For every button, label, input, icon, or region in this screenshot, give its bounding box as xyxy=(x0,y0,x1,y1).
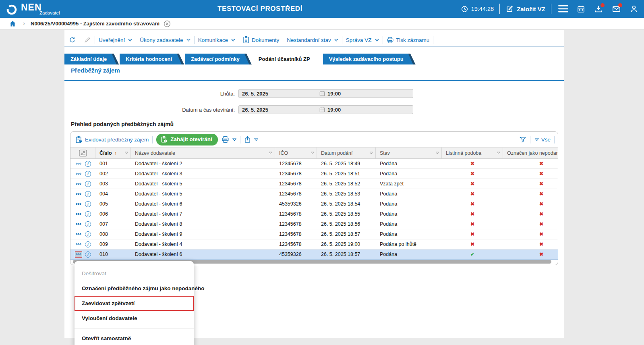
divider xyxy=(194,36,195,44)
menu-dokumenty[interactable]: Dokumenty xyxy=(243,36,279,44)
menu-sprava-vz[interactable]: Správa VZ xyxy=(346,37,379,43)
column-header-datum[interactable]: Datum podání xyxy=(317,148,376,158)
grid-toolbar: Evidovat předběžný zájem Zahájit otevírá… xyxy=(70,132,558,147)
notification-badge xyxy=(601,3,605,7)
cell-stav: Podána xyxy=(376,229,442,239)
column-settings-button[interactable] xyxy=(70,148,95,158)
menu-ukony-zadavatele[interactable]: Úkony zadavatele xyxy=(140,37,190,43)
view-all-dropdown[interactable]: Vše xyxy=(534,137,551,143)
column-header-nazev[interactable]: Název dodavatele xyxy=(131,148,275,158)
row-info-icon[interactable]: i xyxy=(85,191,91,197)
calendar-icon[interactable] xyxy=(319,91,325,96)
refresh-button[interactable] xyxy=(68,36,76,44)
create-vz-button[interactable]: Založit VZ xyxy=(505,5,545,13)
row-info-icon[interactable]: i xyxy=(85,241,91,247)
row-info-icon[interactable]: i xyxy=(85,201,91,207)
row-info-icon[interactable]: i xyxy=(85,251,91,258)
cell-datum: 26. 5. 2025 18:51 xyxy=(317,169,376,179)
table-row[interactable]: i 003 Dodavatel - školení 5 12345678 26.… xyxy=(70,179,558,189)
filter-caret-icon[interactable] xyxy=(311,152,314,154)
menu-komunikace[interactable]: Komunikace xyxy=(198,37,235,43)
row-menu-icon[interactable] xyxy=(75,181,82,187)
evidovat-button[interactable]: Evidovat předběžný zájem xyxy=(75,136,149,143)
tab[interactable]: Základní údaje xyxy=(64,54,119,64)
row-menu-icon[interactable] xyxy=(75,251,82,258)
cell-ico: 12345678 xyxy=(275,209,317,219)
menu-tisk-zaznamu[interactable]: Tisk záznamu xyxy=(387,37,430,44)
home-icon[interactable] xyxy=(9,20,17,27)
menu-item-vylouceni-dodavatele[interactable]: Vyloučení dodavatele xyxy=(75,311,194,326)
column-header-cislo[interactable]: Číslo ↑ xyxy=(95,148,131,158)
menu-nestandardni-stav[interactable]: Nestandardní stav xyxy=(287,37,338,43)
tab[interactable]: Kritéria hodnocení xyxy=(120,54,184,64)
table-row[interactable]: i 005 Dodavatel - školení 6 45359326 26.… xyxy=(70,199,558,209)
column-header-ico[interactable]: IČO xyxy=(275,148,317,158)
table-row[interactable]: i 009 Dodavatel - školení 4 12345678 26.… xyxy=(70,239,558,249)
tab[interactable]: Výsledek zadávacího postupu xyxy=(323,54,416,64)
oteviranie-time-value[interactable]: 19:00 xyxy=(327,107,341,113)
menu-item-oznaceni-nepodaneho[interactable]: Označení předběžného zájmu jako nepodané… xyxy=(75,281,194,296)
nen-logo[interactable]: NEN Zadavatel xyxy=(6,2,60,16)
edit-record-button[interactable] xyxy=(84,36,91,44)
column-header-nepodany[interactable]: Označen jako nepodaný xyxy=(503,148,558,158)
export-grid-button[interactable] xyxy=(244,136,258,143)
main-menu-button[interactable] xyxy=(557,3,569,15)
lhuta-time-value[interactable]: 19:00 xyxy=(327,91,341,97)
row-info-icon[interactable]: i xyxy=(85,231,91,237)
messages-button[interactable] xyxy=(610,3,622,15)
print-grid-button[interactable] xyxy=(222,136,236,143)
row-info-icon[interactable]: i xyxy=(85,181,91,187)
filter-caret-icon[interactable] xyxy=(497,152,500,154)
row-menu-icon[interactable] xyxy=(75,231,82,237)
calendar-icon[interactable] xyxy=(319,107,325,112)
breadcrumb-item[interactable]: N006/25/V00004995 - Zajištění závodního … xyxy=(31,21,159,27)
field-label-oteviranie: Datum a čas otevírání: xyxy=(64,107,238,113)
divider xyxy=(551,4,551,14)
filter-caret-icon[interactable] xyxy=(369,152,373,154)
oteviranie-datetime-field[interactable]: 26. 5. 2025 19:00 xyxy=(238,105,413,114)
table-row[interactable]: i 008 Dodavatel - školení 9 12345678 26.… xyxy=(70,229,558,239)
user-profile-button[interactable] xyxy=(628,3,640,15)
row-menu-icon[interactable] xyxy=(75,191,82,197)
oteviranie-date-value[interactable]: 26. 5. 2025 xyxy=(239,107,319,113)
lhuta-date-value[interactable]: 26. 5. 2025 xyxy=(239,91,319,97)
cell-datum: 26. 5. 2025 18:52 xyxy=(317,179,376,189)
table-row[interactable]: i 002 Dodavatel - školení 3 12345678 26.… xyxy=(70,169,558,179)
lhuta-datetime-field[interactable]: 26. 5. 2025 19:00 xyxy=(238,89,413,98)
table-row[interactable]: i 010 Dodavatel - školení 6 45359326 26.… xyxy=(70,249,558,260)
tab[interactable]: Podání účastníků ZP xyxy=(253,54,322,64)
column-header-listinna[interactable]: Listinná podoba xyxy=(442,148,503,158)
section-divider xyxy=(64,80,564,81)
row-menu-icon[interactable] xyxy=(75,211,82,217)
cell-datum: 26. 5. 2025 18:53 xyxy=(317,189,376,199)
chevron-down-icon xyxy=(186,39,191,42)
filter-caret-icon[interactable] xyxy=(124,152,128,154)
column-header-stav[interactable]: Stav xyxy=(376,148,442,158)
cell-nazev: Dodavatel - školení 6 xyxy=(131,199,275,209)
row-info-icon[interactable]: i xyxy=(85,221,91,227)
row-menu-icon[interactable] xyxy=(75,241,82,247)
zahajit-oteviranie-button[interactable]: Zahájit otevírání xyxy=(156,134,218,145)
table-row[interactable]: i 001 Dodavatel - školení 2 12345678 26.… xyxy=(70,159,558,169)
filter-caret-icon[interactable] xyxy=(269,152,272,154)
menu-item-zaevidovat-zpetvzeti[interactable]: Zaevidovat zpětvzetí xyxy=(75,296,194,311)
table-row[interactable]: i 007 Dodavatel - školení 8 12345678 26.… xyxy=(70,219,558,229)
row-info-icon[interactable]: i xyxy=(85,171,91,177)
row-info-icon[interactable]: i xyxy=(85,211,91,217)
row-menu-icon[interactable] xyxy=(75,170,82,177)
downloads-button[interactable] xyxy=(592,3,605,15)
table-row[interactable]: i 006 Dodavatel - školení 7 12345678 26.… xyxy=(70,209,558,219)
row-info-icon[interactable]: i xyxy=(85,161,91,167)
menu-item-otevrit-samostatne[interactable]: Otevřít samostatně xyxy=(75,331,194,345)
table-row[interactable]: i 004 Dodavatel - školení 5 12345678 26.… xyxy=(70,189,558,199)
row-menu-icon[interactable] xyxy=(75,201,82,207)
calendar-button[interactable] xyxy=(575,3,587,15)
tab[interactable]: Zadávací podmínky xyxy=(185,54,252,64)
close-record-icon[interactable] xyxy=(164,20,171,27)
menu-uverejneni[interactable]: Uveřejnění xyxy=(99,37,132,43)
filter-caret-icon[interactable] xyxy=(435,152,439,154)
filter-button[interactable] xyxy=(519,136,526,143)
row-menu-icon[interactable] xyxy=(75,160,82,167)
cell-listinna-mark: ✖ xyxy=(442,209,503,219)
row-menu-icon[interactable] xyxy=(75,221,82,227)
